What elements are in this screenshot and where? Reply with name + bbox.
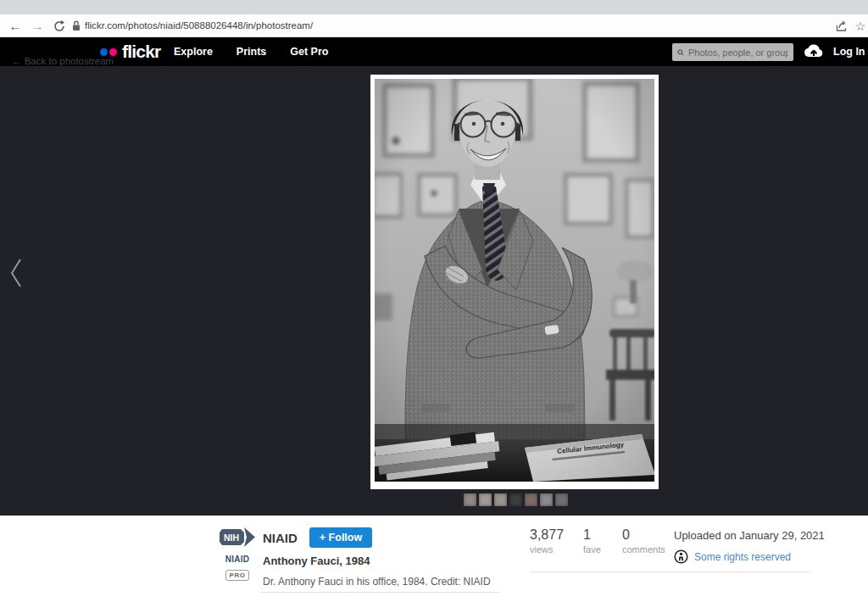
photo-fauci-1984: Cellular Immunology (370, 75, 659, 489)
reload-icon (53, 20, 65, 32)
some-rights-reserved-link[interactable]: Some rights reserved (694, 551, 791, 563)
views-count: 3,877 (530, 527, 564, 543)
login-button[interactable]: Log In (833, 37, 865, 66)
upload-date: Uploaded on January 29, 2021 (674, 529, 825, 542)
share-icon (836, 20, 849, 32)
filmstrip-thumb[interactable] (555, 493, 568, 506)
previous-photo-button[interactable] (9, 258, 23, 292)
reload-button[interactable] (49, 14, 70, 37)
views-stat: 3,877 views (530, 527, 564, 555)
logo-dot-pink-icon (109, 48, 117, 56)
filmstrip-thumb[interactable] (540, 493, 553, 506)
comments-label: comments (622, 544, 665, 555)
comments-stat: 0 comments (622, 527, 665, 555)
filmstrip-thumb[interactable] (479, 493, 492, 506)
nav-prints[interactable]: Prints (236, 46, 266, 58)
pro-badge: PRO (225, 570, 250, 581)
follow-button[interactable]: + Follow (309, 527, 372, 548)
page: ← → flickr.com/photos/niaid/50888026448/… (0, 0, 868, 602)
rights-row: Some rights reserved (674, 549, 791, 564)
browser-tab-strip (0, 0, 868, 14)
owner-avatar-column: NIH NIAID PRO (217, 527, 258, 581)
nih-logo-icon: NIH (219, 527, 256, 550)
lock-icon (70, 14, 83, 37)
upload-cloud-icon (803, 42, 825, 59)
back-button[interactable]: ← (5, 14, 25, 37)
header-nav: Explore Prints Get Pro (174, 37, 328, 66)
nav-get-pro[interactable]: Get Pro (290, 46, 328, 58)
search-icon (677, 47, 684, 58)
filmstrip-thumb[interactable] (509, 493, 522, 506)
upload-button[interactable] (803, 42, 825, 63)
photo-info-bar: NIH NIAID PRO NIAID + Follow Anthony Fau… (0, 516, 868, 602)
photo-stage: ← Back to photostream (0, 66, 868, 516)
chevron-left-icon (9, 258, 23, 288)
nih-mark-text: NIH (224, 532, 239, 543)
faves-count: 1 (583, 527, 601, 543)
flickr-header: flickr Explore Prints Get Pro Log In (0, 37, 868, 66)
nav-explore[interactable]: Explore (174, 46, 213, 58)
url-bar[interactable]: flickr.com/photos/niaid/50888026448/in/p… (85, 14, 313, 37)
share-button[interactable] (832, 14, 851, 37)
main-photo[interactable]: Cellular Immunology (370, 75, 659, 489)
browser-toolbar: ← → flickr.com/photos/niaid/50888026448/… (0, 14, 868, 37)
back-to-photostream-link[interactable]: ← Back to photostream (12, 56, 114, 66)
right-divider (530, 571, 810, 572)
owner-row: NIAID + Follow (263, 527, 372, 548)
logo-dot-blue-icon (100, 48, 108, 56)
cc-attribution-icon (674, 549, 688, 564)
left-divider (261, 592, 500, 593)
owner-name-link[interactable]: NIAID (263, 531, 298, 545)
filmstrip-thumb[interactable] (494, 493, 507, 506)
avatar-niaid-label: NIAID (217, 555, 258, 564)
views-label: views (530, 544, 564, 555)
faves-label: fave (583, 544, 601, 555)
niaid-avatar[interactable]: NIH NIAID (217, 527, 258, 564)
filmstrip-thumb[interactable] (525, 493, 537, 506)
forward-button[interactable]: → (27, 14, 47, 37)
search-box[interactable] (672, 43, 793, 61)
faves-stat: 1 fave (583, 527, 601, 555)
filmstrip-thumb[interactable] (464, 493, 476, 506)
bookmark-star-button[interactable]: ☆ (852, 14, 868, 37)
comments-count: 0 (622, 527, 665, 543)
flickr-logo-text: flickr (122, 42, 160, 62)
photo-description: Dr. Anthony Fauci in his office, 1984. C… (263, 576, 491, 588)
search-input[interactable] (688, 47, 788, 58)
filmstrip (464, 493, 568, 506)
photo-title: Anthony Fauci, 1984 (263, 555, 370, 567)
